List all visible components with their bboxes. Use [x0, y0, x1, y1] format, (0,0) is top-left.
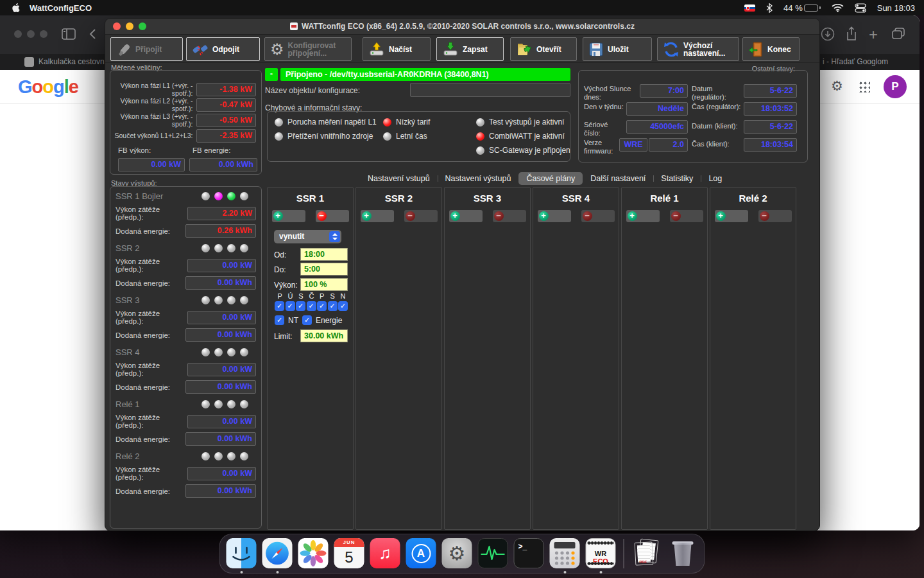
control-center-icon[interactable]	[855, 3, 866, 13]
back-icon[interactable]	[89, 28, 96, 40]
dock-terminal[interactable]: >_	[514, 538, 544, 570]
fb-energy-label: FB energie:	[193, 146, 230, 154]
ssr3-remove-plan-button[interactable]: −	[493, 210, 526, 222]
menu-app-name[interactable]: WattConfigECO	[30, 3, 92, 13]
day-checkbox-po[interactable]	[275, 301, 284, 311]
day-checkbox-pa[interactable]	[317, 301, 327, 311]
menu-clock[interactable]: Sun 18:03	[877, 3, 915, 13]
browser-close-button[interactable]	[14, 30, 22, 38]
battery-indicator[interactable]: 44 %	[783, 3, 821, 13]
window-title-bar: WATTconfig ECO (x86_64) 2.0.5.9, ©2010-2…	[105, 19, 819, 35]
sidebar-icon[interactable]	[62, 28, 76, 40]
plan-limit-input[interactable]	[300, 329, 348, 342]
quit-button[interactable]: Konec	[742, 37, 800, 61]
dock-calendar[interactable]: JUN 5	[334, 538, 364, 570]
dock-pdf-documents[interactable]: PDF	[632, 538, 662, 570]
tab-favicon	[24, 57, 34, 67]
rele2-remove-plan-button[interactable]: −	[758, 210, 792, 222]
dock-activity-monitor[interactable]	[478, 538, 508, 570]
google-account-avatar[interactable]: P	[884, 75, 907, 98]
save-button[interactable]: Uložit	[583, 37, 652, 61]
plan-power-input[interactable]	[300, 278, 348, 291]
tab-nastaveni-vstupu[interactable]: Nastavení vstupů	[360, 172, 438, 185]
finder-face-icon	[227, 538, 257, 568]
dock-photos[interactable]	[298, 538, 329, 570]
google-apps-grid-icon[interactable]	[859, 81, 870, 92]
wattconfig-window: WATTconfig ECO (x86_64) 2.0.5.9, ©2010-2…	[105, 18, 820, 531]
ssr4-power: 0.00 kW	[187, 363, 256, 376]
tab-overview-icon[interactable]	[891, 27, 905, 40]
dock-music[interactable]: ♫	[370, 538, 400, 570]
tab-dalsi-nastaveni[interactable]: Další nastavení	[583, 172, 653, 185]
rele1-leds	[201, 400, 248, 408]
app-store-a-icon: A	[411, 544, 431, 563]
nt-checkbox[interactable]	[275, 315, 284, 325]
plan-mode-select[interactable]: vynutit	[274, 230, 341, 243]
plan-from-input[interactable]	[300, 248, 348, 261]
disconnect-button[interactable]: Odpojit	[186, 37, 260, 61]
day-checkbox-so[interactable]	[328, 301, 338, 311]
google-logo: Google	[18, 76, 78, 98]
sunrise-value: 7:00	[640, 84, 688, 98]
ssr4-add-plan-button[interactable]: +	[538, 210, 571, 222]
browser-minimize-button[interactable]	[27, 30, 35, 38]
select-chevrons-icon	[329, 231, 340, 242]
share-icon[interactable]	[846, 26, 857, 42]
dock-wattconfig-eco[interactable]: WR ECO	[586, 538, 616, 570]
day-checkbox-st[interactable]	[296, 301, 305, 311]
battery-icon	[804, 4, 818, 12]
tab-statistiky[interactable]: Statistiky	[653, 172, 701, 185]
date-regulator-label: Datum (regulátor):	[692, 85, 742, 101]
open-folder-icon	[516, 41, 533, 58]
browser-tab-left[interactable]: Kalkulačka cestovn	[38, 57, 105, 66]
indicator-letni-cas: Letní čas	[383, 132, 427, 141]
tab-log[interactable]: Log	[701, 172, 730, 185]
indicator-sc-gateway: SC-Gateway je připojen	[476, 146, 570, 155]
input-source-flag-icon[interactable]	[744, 4, 755, 12]
connect-button[interactable]: Připojit	[110, 37, 183, 61]
browser-tab-right[interactable]: i - Hľadať Googlom	[823, 57, 888, 66]
default-settings-button[interactable]: Výchozí nastavení...	[657, 37, 739, 61]
day-checkbox-ct[interactable]	[307, 301, 316, 311]
plan-day-letters: PÚSČPSN	[275, 292, 348, 300]
ssr1-add-plan-button[interactable]: +	[272, 210, 305, 222]
dock-system-settings[interactable]: ⚙	[442, 538, 472, 570]
rele1-remove-plan-button[interactable]: −	[670, 210, 703, 222]
new-tab-icon[interactable]: +	[869, 26, 878, 44]
plan-to-input[interactable]	[300, 263, 348, 276]
day-checkbox-ne[interactable]	[338, 301, 348, 311]
ssr3-add-plan-button[interactable]: +	[449, 210, 483, 222]
dock-finder[interactable]	[227, 538, 257, 570]
object-name-input[interactable]	[410, 83, 570, 97]
serial-value: 45000efc	[626, 120, 688, 134]
wifi-icon[interactable]	[832, 3, 844, 12]
google-settings-icon[interactable]: ⚙	[831, 80, 843, 92]
date-client-value: 5-6-22	[744, 120, 797, 134]
browser-zoom-button[interactable]	[40, 30, 47, 38]
bluetooth-icon[interactable]	[766, 3, 773, 13]
energy-checkbox[interactable]	[302, 315, 312, 325]
rele1-add-plan-button[interactable]: +	[626, 210, 660, 222]
tab-casove-plany[interactable]: Časové plány	[518, 172, 583, 185]
configure-connection-button[interactable]: ⚙ Konfigurovat připojení...	[264, 37, 352, 61]
ssr4-remove-plan-button[interactable]: −	[581, 210, 615, 222]
ssr2-remove-plan-button[interactable]: −	[404, 210, 438, 222]
output-section-ssr4: SSR 4 Výkon zátěže (předp.):0.00 kW Doda…	[110, 343, 261, 395]
ssr4-energy: 0.00 kWh	[185, 380, 256, 394]
ssr1-remove-plan-button[interactable]: −	[316, 210, 349, 222]
rele2-add-plan-button[interactable]: +	[715, 210, 748, 222]
dock-app-store[interactable]: A	[406, 538, 436, 570]
day-checkbox-ut[interactable]	[286, 301, 295, 311]
dock-trash[interactable]	[668, 538, 698, 570]
dock-safari[interactable]	[262, 538, 293, 570]
download-icon[interactable]	[821, 27, 835, 41]
dock-calculator[interactable]	[550, 538, 580, 570]
ssr2-add-plan-button[interactable]: +	[361, 210, 394, 222]
apple-menu-icon[interactable]	[12, 3, 21, 13]
measured-values-box: Výkon na fázi L1 (+výr. -spotř.): -1.38 …	[110, 70, 262, 175]
tab-nastaveni-vystupu[interactable]: Nastavení výstupů	[438, 172, 519, 185]
open-button[interactable]: Otevřít	[510, 37, 577, 61]
write-button[interactable]: Zapsat	[436, 37, 504, 61]
connection-collapse-button[interactable]: -	[265, 68, 278, 81]
load-button[interactable]: Načíst	[363, 37, 431, 61]
